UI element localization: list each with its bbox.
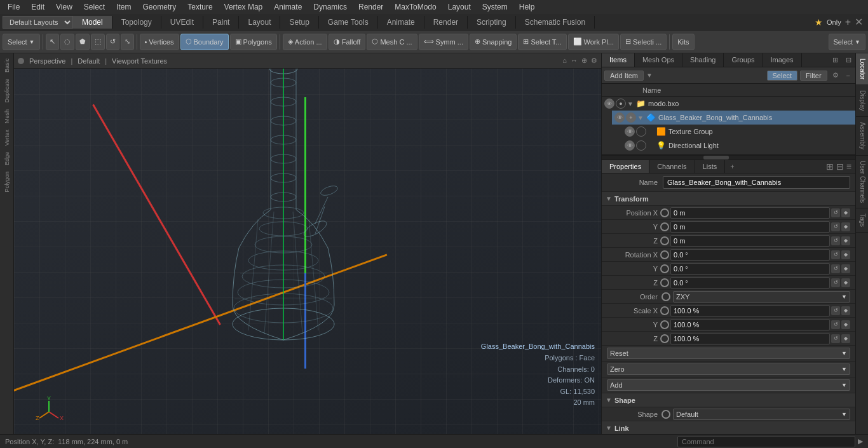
rot-x-circle[interactable]	[660, 250, 669, 259]
work-pl-button[interactable]: ⬜ Work Pl...	[568, 34, 619, 50]
scale-x-input[interactable]	[670, 305, 830, 316]
viewport-fit-icon[interactable]: ↔	[571, 57, 578, 65]
pos-z-key[interactable]: ◆	[841, 236, 850, 245]
render-icon-light[interactable]	[636, 140, 646, 151]
tree-item-glass-beaker[interactable]: 👁 + ▼ 🔷 Glass_Beaker_Bong_with_Cannabis	[612, 111, 855, 125]
tab-schematic-fusion[interactable]: Schematic Fusion	[516, 16, 595, 29]
scale-y-key[interactable]: ◆	[841, 320, 850, 329]
close-layout-icon[interactable]: ✕	[855, 16, 863, 28]
right-tab-assembly[interactable]: Assembly	[856, 117, 868, 155]
tab-paint[interactable]: Paint	[203, 16, 239, 29]
scale-z-circle[interactable]	[660, 334, 669, 343]
sidebar-item-polygon[interactable]: Polygon	[3, 169, 11, 195]
pos-z-circle[interactable]	[660, 236, 669, 245]
scene-items[interactable]: 👁 ● ▼ 📁 modo.bxo 👁 + ▼ 🔷 Glass_Beaker_Bo…	[602, 97, 855, 154]
tab-properties[interactable]: Properties	[602, 160, 649, 173]
mesh-button[interactable]: ⬡ Mesh C ...	[367, 34, 417, 50]
tree-item-light[interactable]: 👁 💡 Directional Light	[622, 139, 855, 153]
layout-selector[interactable]: Default Layouts	[3, 16, 73, 29]
tab-topology[interactable]: Topology	[112, 16, 161, 29]
rot-z-key[interactable]: ◆	[841, 278, 850, 287]
shape-circle[interactable]	[661, 410, 670, 419]
add-button[interactable]: Add ▼	[607, 379, 850, 391]
tab-shading[interactable]: Shading	[682, 53, 724, 67]
scale-x-circle[interactable]	[660, 306, 669, 315]
tab-game-tools[interactable]: Game Tools	[319, 16, 378, 29]
tab-lists[interactable]: Lists	[695, 160, 726, 173]
menu-layout[interactable]: Layout	[443, 1, 476, 13]
scale-y-reset[interactable]: ↺	[831, 320, 840, 329]
symm-button[interactable]: ⟺ Symm ...	[419, 34, 468, 50]
menu-dynamics[interactable]: Dynamics	[308, 1, 352, 13]
right-tab-user-channels[interactable]: User Channels	[856, 156, 868, 208]
tab-setup[interactable]: Setup	[280, 16, 318, 29]
scale-x-reset[interactable]: ↺	[831, 306, 840, 315]
tab-uvedit[interactable]: UVEdit	[161, 16, 203, 29]
viewport-home-icon[interactable]: ⌂	[562, 57, 567, 65]
transform-section-header[interactable]: ▼ Transform	[602, 192, 855, 206]
select-mode-button[interactable]: ↖	[46, 34, 59, 50]
transform-button[interactable]: ⬚	[91, 34, 105, 50]
snapping-button[interactable]: ⊕ Snapping	[470, 34, 517, 50]
tab-images[interactable]: Images	[763, 53, 802, 67]
tab-items[interactable]: Items	[602, 53, 635, 67]
menu-maxtomodo[interactable]: MaxToModo	[390, 1, 441, 13]
pos-z-reset[interactable]: ↺	[831, 236, 840, 245]
tab-layout[interactable]: Layout	[239, 16, 280, 29]
element-button[interactable]: ⬟	[76, 34, 90, 50]
pos-y-reset[interactable]: ↺	[831, 222, 840, 231]
sidebar-item-duplicate[interactable]: Duplicate	[3, 76, 11, 105]
props-add-tab[interactable]: +	[725, 160, 739, 173]
viewport-zoom-icon[interactable]: ⊕	[581, 57, 587, 65]
menu-view[interactable]: View	[51, 1, 78, 13]
panel-resize-handle[interactable]	[703, 156, 729, 160]
tab-groups[interactable]: Groups	[724, 53, 763, 67]
scale-z-reset[interactable]: ↺	[831, 334, 840, 343]
tab-channels[interactable]: Channels	[649, 160, 695, 173]
right-tab-locator[interactable]: Locator	[856, 53, 868, 85]
filter-button[interactable]: Filter	[800, 71, 827, 81]
vertices-button[interactable]: • Vertices	[140, 34, 179, 50]
rot-x-input[interactable]	[670, 249, 830, 261]
sidebar-item-vertex[interactable]: Vertex	[3, 127, 11, 149]
scene-tree-collapse-icon[interactable]: ⊟	[842, 53, 855, 67]
vis-icon-light[interactable]: 👁	[625, 140, 635, 151]
link-section-header[interactable]: ▼ Link	[602, 421, 855, 434]
scale-y-input[interactable]	[670, 319, 830, 330]
shape-section-header[interactable]: ▼ Shape	[602, 393, 855, 407]
select-right-button[interactable]: Select ▼	[829, 34, 866, 50]
scene-minus-icon[interactable]: −	[844, 71, 853, 81]
props-menu-icon[interactable]: ≡	[846, 161, 851, 172]
scale-x-key[interactable]: ◆	[841, 306, 850, 315]
selecti-button[interactable]: ⊟ Selecti ...	[620, 34, 667, 50]
props-collapse-icon[interactable]: ⊟	[836, 161, 844, 172]
pos-y-circle[interactable]	[660, 222, 669, 231]
add-item-button[interactable]: Add Item	[604, 71, 644, 81]
rot-z-reset[interactable]: ↺	[831, 278, 840, 287]
scale-y-circle[interactable]	[660, 320, 669, 329]
render-icon-texture[interactable]	[636, 126, 646, 137]
scene-settings-icon[interactable]: ⚙	[830, 70, 841, 81]
menu-animate[interactable]: Animate	[269, 1, 307, 13]
expand-modo[interactable]: ▼	[627, 100, 635, 107]
falloff-button[interactable]: ◑ Falloff	[329, 34, 366, 50]
menu-edit[interactable]: Edit	[26, 1, 50, 13]
sidebar-item-basic[interactable]: Basic	[3, 56, 11, 75]
tab-mesh-ops[interactable]: Mesh Ops	[635, 53, 682, 67]
menu-file[interactable]: File	[3, 1, 25, 13]
scale-button[interactable]: ⤡	[121, 34, 134, 50]
name-input[interactable]	[663, 176, 850, 189]
menu-render[interactable]: Render	[353, 1, 388, 13]
menu-system[interactable]: System	[477, 1, 513, 13]
boundary-button[interactable]: ⬡ Boundary	[180, 34, 229, 50]
lasso-button[interactable]: ◌	[60, 34, 74, 50]
tab-animate[interactable]: Animate	[378, 16, 424, 29]
menu-select[interactable]: Select	[79, 1, 110, 13]
pos-x-circle[interactable]	[660, 208, 669, 217]
render-icon-beaker[interactable]: +	[626, 112, 636, 123]
pos-y-key[interactable]: ◆	[841, 222, 850, 231]
scene-tree-expand-icon[interactable]: ⊞	[829, 53, 842, 67]
sidebar-item-mesh[interactable]: Mesh	[3, 107, 11, 126]
add-layout-button[interactable]: +	[845, 17, 851, 28]
scale-z-key[interactable]: ◆	[841, 334, 850, 343]
